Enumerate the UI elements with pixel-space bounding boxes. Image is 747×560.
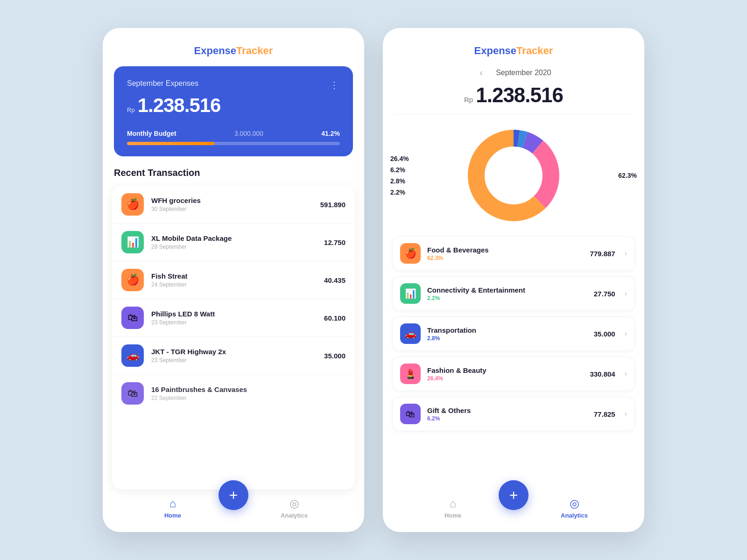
cat-pct: 62.3% (427, 255, 583, 261)
category-item-connectivity[interactable]: 📊 Connectivity & Entertainment 2.2% 27.7… (392, 276, 635, 311)
tx-icon-food2: 🍎 (121, 269, 144, 291)
budget-row: Monthly Budget 3.000.000 41.2% (127, 130, 340, 137)
chevron-right-icon: › (625, 289, 627, 298)
cat-amount: 779.887 (590, 250, 615, 258)
logo-orange2: Tracker (516, 45, 553, 56)
nav-home[interactable]: ⌂ Home (156, 497, 189, 519)
cat-name: Fashion & Beauty (427, 366, 583, 374)
tx-name: WFH groceries (151, 196, 313, 204)
cat-name: Transportation (427, 326, 587, 334)
cat-pct: 2.2% (427, 295, 587, 301)
home-icon: ⌂ (169, 497, 176, 510)
cat-icon-fashion: 💄 (400, 364, 421, 384)
analytics-bottom-nav: ⌂ Home + ◎ Analytics (383, 490, 644, 532)
categories-list: 🍎 Food & Beverages 62.3% 779.887 › 📊 Con… (383, 236, 644, 490)
tx-date: 22 September (151, 395, 338, 401)
analytics-logo: ExpenseTracker (397, 45, 630, 57)
tx-name: Fish Streat (151, 272, 317, 280)
chart-label-right: 62.3% (618, 171, 637, 180)
cat-info-transport: Transportation 2.8% (427, 326, 587, 342)
tx-name: XL Mobile Data Package (151, 234, 317, 242)
chevron-right-icon: › (625, 249, 627, 258)
analytics-amount: Rp 1.238.516 (397, 84, 630, 107)
analytics-icon2: ◎ (570, 497, 579, 510)
category-item-food[interactable]: 🍎 Food & Beverages 62.3% 779.887 › (392, 236, 635, 271)
more-options-icon[interactable]: ⋮ (330, 79, 340, 91)
svg-point-6 (486, 148, 541, 203)
chart-labels-left: 26.4% 6.2% 2.8% 2.2% (383, 155, 409, 196)
tx-icon-transport: 🚗 (121, 344, 144, 367)
fab-add-button2[interactable]: + (499, 480, 529, 510)
tx-amount: 60.100 (324, 314, 345, 322)
screens-wrapper: ExpenseTracker September Expenses ⋮ Rp 1… (84, 0, 663, 560)
expense-total: 1.238.516 (138, 94, 221, 117)
cat-info-food: Food & Beverages 62.3% (427, 246, 583, 261)
tx-icon-food: 🍎 (121, 193, 144, 216)
tx-icon-gift: 🛍 (121, 307, 144, 329)
chart-section: 26.4% 6.2% 2.8% 2.2% (383, 115, 644, 236)
tx-amount: 12.750 (324, 238, 345, 246)
tx-date: 24 September (151, 281, 317, 288)
cat-pct: 6.2% (427, 415, 587, 422)
cat-amount: 77.825 (594, 410, 615, 418)
category-item-fashion[interactable]: 💄 Fashion & Beauty 26.4% 330.804 › (392, 357, 635, 391)
cat-name: Food & Beverages (427, 246, 583, 254)
fab-add-button[interactable]: + (218, 480, 248, 510)
chevron-right-icon: › (625, 410, 627, 418)
tx-info: 16 Paintbrushes & Canvases 22 September (151, 385, 338, 401)
budget-pct: 41.2% (321, 130, 340, 137)
prev-month-arrow[interactable]: ‹ (476, 65, 487, 80)
analytics-total: Rp 1.238.516 (383, 82, 644, 114)
chart-pct-connectivity: 2.2% (390, 189, 409, 196)
transaction-item[interactable]: 📊 XL Mobile Data Package 28 September 12… (112, 224, 355, 261)
home-icon2: ⌂ (450, 497, 457, 510)
nav-analytics2[interactable]: ◎ Analytics (558, 497, 591, 519)
tx-amount: 591.890 (320, 201, 345, 209)
nav-analytics[interactable]: ◎ Analytics (278, 497, 310, 519)
transaction-item[interactable]: 🛍 16 Paintbrushes & Canvases 22 Septembe… (112, 375, 355, 412)
tx-date: 28 September (151, 244, 317, 250)
cat-amount: 330.804 (590, 370, 615, 378)
logo-blue: Expense (194, 45, 237, 56)
home-header: ExpenseTracker (103, 28, 364, 66)
tx-info: JKT - TGR Highway 2x 23 September (151, 348, 317, 364)
chart-pct-gift: 6.2% (390, 166, 409, 174)
cat-name: Connectivity & Entertainment (427, 286, 587, 294)
transaction-item[interactable]: 🍎 WFH groceries 30 September 591.890 (112, 186, 355, 224)
cat-info-connectivity: Connectivity & Entertainment 2.2% (427, 286, 587, 301)
cat-icon-gift: 🛍 (400, 404, 421, 424)
expense-currency: Rp (127, 106, 135, 113)
tx-date: 30 September (151, 206, 313, 212)
transaction-item[interactable]: 🍎 Fish Streat 24 September 40.435 (112, 261, 355, 299)
home-bottom-nav: ⌂ Home + ◎ Analytics (103, 490, 364, 532)
home-nav-label2: Home (444, 512, 461, 519)
tx-date: 23 September (151, 357, 317, 364)
tx-info: Phillips LED 8 Watt 23 September (151, 310, 317, 326)
transaction-item[interactable]: 🚗 JKT - TGR Highway 2x 23 September 35.0… (112, 337, 355, 375)
budget-value: 3.000.000 (234, 130, 263, 137)
expense-card-title: September Expenses (127, 79, 198, 88)
budget-label: Monthly Budget (127, 130, 176, 137)
tx-icon-data: 📊 (121, 231, 144, 253)
tx-name: JKT - TGR Highway 2x (151, 348, 317, 356)
category-item-transport[interactable]: 🚗 Transportation 2.8% 35.000 › (392, 316, 635, 351)
tx-amount: 40.435 (324, 276, 345, 284)
tx-info: XL Mobile Data Package 28 September (151, 234, 317, 250)
transaction-item[interactable]: 🛍 Phillips LED 8 Watt 23 September 60.10… (112, 299, 355, 337)
home-screen: ExpenseTracker September Expenses ⋮ Rp 1… (103, 28, 364, 532)
cat-icon-connectivity: 📊 (400, 283, 421, 304)
expense-card-header: September Expenses ⋮ (127, 79, 340, 91)
progress-bar (127, 142, 340, 145)
cat-icon-transport: 🚗 (400, 323, 421, 344)
category-item-gift[interactable]: 🛍 Gift & Others 6.2% 77.825 › (392, 397, 635, 431)
cat-pct: 26.4% (427, 375, 583, 382)
nav-home2[interactable]: ⌂ Home (437, 497, 469, 519)
chart-pct-transport: 2.8% (390, 177, 409, 185)
tx-name: 16 Paintbrushes & Canvases (151, 385, 338, 393)
chevron-right-icon: › (625, 370, 627, 378)
tx-amount: 35.000 (324, 352, 345, 360)
donut-segments (476, 138, 551, 213)
cat-amount: 35.000 (594, 330, 615, 338)
chevron-right-icon: › (625, 329, 627, 338)
donut-chart (462, 124, 565, 227)
